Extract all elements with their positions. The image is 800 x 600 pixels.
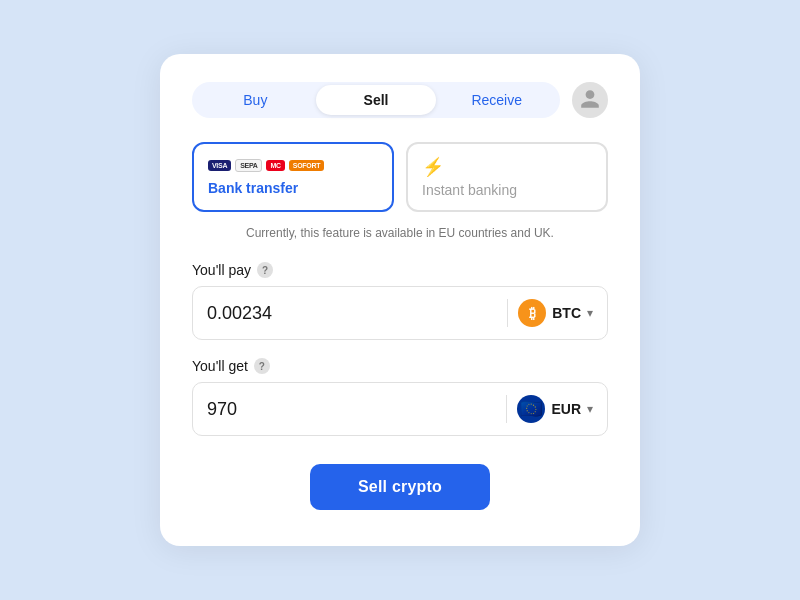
lightning-icon: ⚡ xyxy=(422,156,592,178)
payment-methods: VISA SEPA MC SOFORT Bank transfer ⚡ Inst… xyxy=(192,142,608,212)
pay-section: You'll pay ? ₿ BTC ▾ xyxy=(192,262,608,340)
pay-label-text: You'll pay xyxy=(192,262,251,278)
eur-chevron-icon: ▾ xyxy=(587,402,593,416)
pay-label: You'll pay ? xyxy=(192,262,608,278)
pay-input-wrapper: ₿ BTC ▾ xyxy=(192,286,608,340)
sell-button-wrapper: Sell crypto xyxy=(192,464,608,510)
tabs-container: Buy Sell Receive xyxy=(192,82,560,118)
bank-logos: VISA SEPA MC SOFORT xyxy=(208,156,378,174)
get-label: You'll get ? xyxy=(192,358,608,374)
mc-logo: MC xyxy=(266,160,284,171)
eur-selector[interactable]: 🇪🇺 EUR ▾ xyxy=(517,391,593,427)
instant-banking-option[interactable]: ⚡ Instant banking xyxy=(406,142,608,212)
avatar-button[interactable] xyxy=(572,82,608,118)
btc-selector[interactable]: ₿ BTC ▾ xyxy=(518,295,593,331)
get-amount-input[interactable] xyxy=(207,399,506,420)
pay-amount-input[interactable] xyxy=(207,303,507,324)
get-section: You'll get ? 🇪🇺 EUR ▾ xyxy=(192,358,608,436)
visa-logo: VISA xyxy=(208,160,231,171)
availability-note: Currently, this feature is available in … xyxy=(192,226,608,240)
get-input-wrapper: 🇪🇺 EUR ▾ xyxy=(192,382,608,436)
tab-sell[interactable]: Sell xyxy=(316,85,437,115)
bank-transfer-label: Bank transfer xyxy=(208,180,378,196)
tab-receive[interactable]: Receive xyxy=(436,85,557,115)
get-divider xyxy=(506,395,507,423)
get-label-text: You'll get xyxy=(192,358,248,374)
sepa-logo: SEPA xyxy=(235,159,262,172)
avatar-icon xyxy=(579,88,601,113)
main-card: Buy Sell Receive VISA SEPA MC SOFORT Ban… xyxy=(160,54,640,546)
tab-buy[interactable]: Buy xyxy=(195,85,316,115)
btc-code: BTC xyxy=(552,305,581,321)
sell-crypto-button[interactable]: Sell crypto xyxy=(310,464,490,510)
header: Buy Sell Receive xyxy=(192,82,608,118)
eur-icon: 🇪🇺 xyxy=(517,395,545,423)
get-help-icon[interactable]: ? xyxy=(254,358,270,374)
sofort-logo: SOFORT xyxy=(289,160,324,171)
pay-divider xyxy=(507,299,508,327)
instant-banking-label: Instant banking xyxy=(422,182,592,198)
btc-icon: ₿ xyxy=(518,299,546,327)
eur-code: EUR xyxy=(551,401,581,417)
btc-chevron-icon: ▾ xyxy=(587,306,593,320)
bank-transfer-option[interactable]: VISA SEPA MC SOFORT Bank transfer xyxy=(192,142,394,212)
eu-flag: 🇪🇺 xyxy=(520,395,542,423)
pay-help-icon[interactable]: ? xyxy=(257,262,273,278)
